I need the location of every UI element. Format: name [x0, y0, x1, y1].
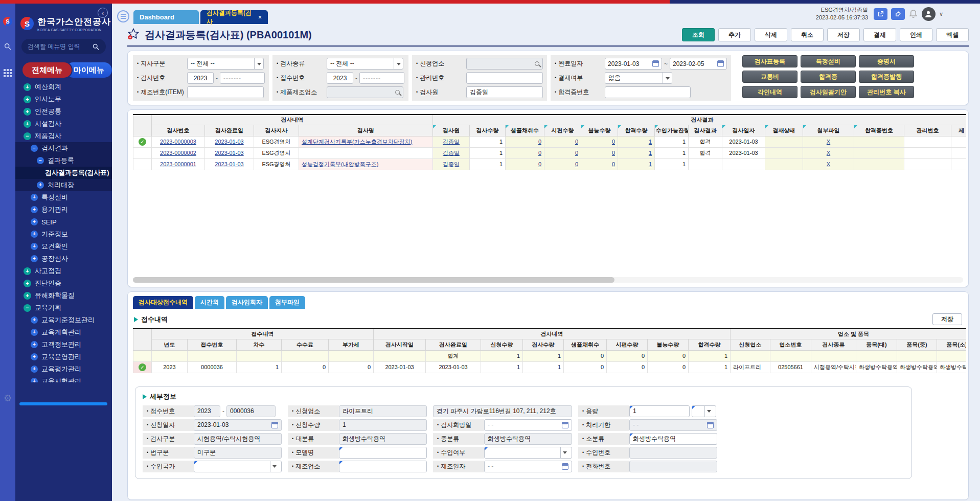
- tab-dashboard[interactable]: Dashboard: [133, 10, 199, 24]
- plus-icon[interactable]: +: [31, 231, 38, 238]
- grid-cell[interactable]: [854, 136, 904, 147]
- applicant-search-input[interactable]: [466, 58, 543, 70]
- cert-no-input[interactable]: [605, 86, 691, 98]
- column-header[interactable]: 신청업소: [731, 339, 770, 350]
- plus-icon[interactable]: +: [24, 96, 31, 103]
- grid-link[interactable]: 0: [612, 139, 615, 145]
- column-header[interactable]: 불능수량: [581, 125, 618, 136]
- column-header[interactable]: 샘플채취수: [506, 125, 544, 136]
- column-header[interactable]: 수입가능잔량: [655, 125, 689, 136]
- column-header[interactable]: 부가세: [329, 339, 374, 350]
- chevron-down-icon[interactable]: [394, 58, 403, 69]
- plus-icon[interactable]: +: [24, 83, 31, 91]
- bell-icon[interactable]: [908, 8, 918, 20]
- sidebar-scrollbar[interactable]: [19, 402, 107, 405]
- engrave-list-button[interactable]: 각인내역: [742, 86, 797, 98]
- scrollbar-thumb[interactable]: [133, 277, 614, 283]
- calendar-icon[interactable]: [271, 422, 278, 428]
- plus-icon[interactable]: +: [24, 280, 31, 287]
- plus-icon[interactable]: +: [31, 341, 38, 348]
- grid-link[interactable]: 0: [612, 150, 615, 156]
- sidebar-item[interactable]: −교육기획: [15, 302, 112, 314]
- sidebar-item[interactable]: −검사결과: [15, 142, 112, 154]
- chevron-down-icon[interactable]: [663, 73, 672, 83]
- grid-link[interactable]: 김종일: [443, 139, 460, 145]
- grid-link[interactable]: 김종일: [443, 161, 460, 167]
- sidebar-item[interactable]: +예산회계: [15, 81, 112, 93]
- tab-all-menu[interactable]: 전체메뉴: [22, 62, 72, 78]
- column-header[interactable]: 합격수량: [689, 339, 731, 350]
- branch-select[interactable]: -- 전체 --: [187, 58, 264, 70]
- plus-icon[interactable]: +: [31, 243, 38, 250]
- search-icon[interactable]: [395, 90, 400, 95]
- batch-draft-button[interactable]: 검사일괄기안: [801, 86, 856, 98]
- import-country-select[interactable]: [194, 461, 282, 472]
- column-header[interactable]: 결재상태: [765, 125, 803, 136]
- calendar-icon[interactable]: [652, 60, 659, 67]
- save-button[interactable]: 저장: [827, 28, 860, 41]
- tab-receipt-list[interactable]: 검사대상접수내역: [133, 296, 193, 309]
- plus-icon[interactable]: +: [24, 108, 31, 116]
- sidebar-item[interactable]: +특정설비: [15, 191, 112, 203]
- hamburger-icon[interactable]: [117, 10, 129, 22]
- grid-link[interactable]: 성능검정기록부(내압방폭구조): [302, 161, 378, 167]
- grid-link[interactable]: 2023-01-03: [215, 150, 243, 156]
- column-header[interactable]: 차수: [237, 339, 282, 350]
- column-header[interactable]: 검사지사: [254, 125, 299, 136]
- sidebar-item[interactable]: +시설검사: [15, 118, 112, 130]
- column-header[interactable]: 첨부파일: [803, 125, 854, 136]
- sidebar-item[interactable]: 검사결과등록(검사표): [15, 167, 112, 179]
- receipt-grid-select-all[interactable]: [133, 329, 152, 350]
- grid-link[interactable]: 2023-0000003: [160, 139, 196, 145]
- plus-icon[interactable]: +: [31, 366, 38, 373]
- delete-button[interactable]: 삭제: [755, 28, 787, 41]
- minus-icon[interactable]: −: [37, 157, 44, 164]
- row-select[interactable]: [133, 147, 152, 158]
- tab-witness[interactable]: 검사입회자: [226, 296, 268, 309]
- pass-cert-issue-button[interactable]: 합격증발행: [859, 71, 914, 83]
- product-maker-search-input[interactable]: [327, 86, 403, 98]
- plus-icon[interactable]: +: [37, 181, 44, 189]
- complete-date-from-input[interactable]: 2023-01-03: [605, 58, 662, 70]
- receipt-no-year-input[interactable]: [327, 72, 353, 84]
- inspector-input[interactable]: [466, 86, 543, 98]
- column-header[interactable]: 업소번호: [770, 339, 811, 350]
- column-header[interactable]: 제: [951, 125, 967, 136]
- sidebar-item[interactable]: +안전공통: [15, 105, 112, 118]
- inspection-no-year-input[interactable]: [187, 72, 214, 84]
- grid-link[interactable]: 1: [649, 150, 652, 156]
- sidebar-collapse-button[interactable]: ‹: [98, 8, 108, 18]
- sidebar-item[interactable]: +인사노무: [15, 93, 112, 105]
- manufacturer-field[interactable]: [339, 461, 427, 472]
- category-small-field[interactable]: 화생방수탁용역: [629, 433, 717, 445]
- certificate-button[interactable]: 증명서: [859, 55, 914, 67]
- approve-button[interactable]: 결재: [863, 28, 896, 41]
- close-icon[interactable]: ×: [258, 14, 262, 21]
- tab-my-menu[interactable]: 마이메뉴: [65, 62, 112, 78]
- grid-link[interactable]: 설계단계검사기록부(가스누출경보차단장치): [302, 139, 412, 145]
- sidebar-item[interactable]: +처리대장: [15, 179, 112, 191]
- column-header[interactable]: 합격수량: [618, 125, 655, 136]
- column-header[interactable]: 검사번호: [152, 125, 205, 136]
- grid-cell[interactable]: [854, 147, 904, 158]
- search-icon[interactable]: [535, 61, 539, 66]
- manage-no-input[interactable]: [466, 72, 543, 84]
- column-header[interactable]: 신청수량: [481, 339, 523, 350]
- edit-window-button[interactable]: [891, 8, 905, 20]
- column-header[interactable]: 접수번호: [188, 339, 237, 350]
- sidebar-item[interactable]: +SEIP: [15, 216, 112, 228]
- calendar-icon[interactable]: [562, 422, 568, 428]
- grid-link[interactable]: 2023-01-03: [215, 139, 243, 145]
- sidebar-item[interactable]: +공장심사: [15, 253, 112, 265]
- inspection-no-serial-input[interactable]: [220, 72, 265, 84]
- sidebar-item[interactable]: +교육계획관리: [15, 326, 112, 338]
- row-select[interactable]: ✓: [133, 136, 152, 147]
- import-yn-select[interactable]: [484, 447, 572, 459]
- approval-select[interactable]: 없음: [605, 72, 672, 84]
- chevron-down-icon[interactable]: [560, 447, 568, 458]
- column-header[interactable]: 합격증번호: [854, 125, 904, 136]
- plus-icon[interactable]: +: [24, 120, 31, 128]
- column-header[interactable]: 검사결과: [689, 125, 722, 136]
- column-header[interactable]: 시편수량: [544, 125, 581, 136]
- calendar-icon[interactable]: [717, 60, 724, 67]
